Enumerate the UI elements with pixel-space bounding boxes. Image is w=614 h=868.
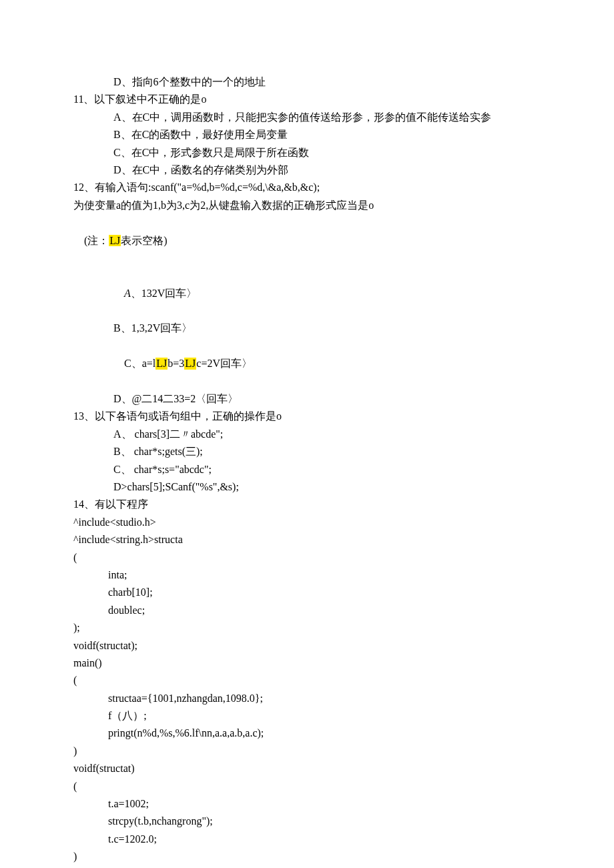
q14-result-stem: 程序运行后的输出结果是。 (73, 866, 541, 868)
highlight-space-mark-3: LJ (184, 358, 196, 370)
q12-note-a: (注： (84, 235, 109, 246)
q12-option-c-c: c=2V回车〉 (196, 358, 252, 369)
q12-option-c: C、a=lLJb=3LJc=2V回车〉 (73, 338, 541, 390)
q12-option-c-a: C、a=l (124, 358, 156, 369)
q14-stem: 14、有以下程序 (73, 496, 541, 513)
code-line: t.a=1002; (73, 795, 541, 813)
code-line: ^include<string.h>structa (73, 531, 541, 548)
highlight-space-mark-2: LJ (156, 358, 168, 370)
q12-option-d: D、@二14二33=2〈回车〉 (73, 390, 541, 408)
code-line: ^include<studio.h> (73, 514, 541, 531)
code-line: voidf(structat); (73, 637, 541, 655)
code-line: main() (73, 655, 541, 672)
q12-desc: 为使变量a的值为1,b为3,c为2,从键盘输入数据的正确形式应当是o (73, 197, 541, 214)
q13-option-a: A、 chars[3]二〃abcde"; (73, 426, 541, 443)
q11-stem: 11、以下叙述中不正确的是o (73, 91, 541, 108)
q11-option-b: B、在C的函数中，最好使用全局变量 (73, 126, 541, 143)
code-line: ); (73, 619, 541, 636)
q12-option-a-text: 、132V回车〉 (131, 288, 198, 299)
q13-option-c: C、 char*s;s="abcdc"; (73, 461, 541, 478)
q12-stem: 12、有输入语句:scanf("a=%d,b=%d,c=%d,\&a,&b,&c… (73, 179, 541, 196)
code-line: ) (73, 848, 541, 865)
q12-option-b: B、1,3,2V回车〉 (73, 320, 541, 337)
code-line: strcpy(t.b,nchangrong"); (73, 813, 541, 830)
q13-option-b: B、 char*s;gets(三); (73, 443, 541, 460)
q11-option-d: D、在C中，函数名的存储类别为外部 (73, 161, 541, 179)
q12-note-b: 表示空格) (121, 235, 167, 246)
q12-note: (注：LJ表示空格) (73, 214, 541, 267)
q11-option-c: C、在C中，形式参数只是局限于所在函数 (73, 144, 541, 161)
code-line: t.c=1202.0; (73, 831, 541, 848)
code-line: f（八）; (73, 707, 541, 725)
code-line: ( (73, 778, 541, 795)
q13-option-d: D>chars[5];SCanf("%s",&s); (73, 478, 541, 496)
code-line: ( (73, 549, 541, 566)
code-line: pringt(n%d,%s,%6.lf\nn,a.a,a.b,a.c); (73, 725, 541, 742)
q12-option-a: A、132V回车〉 (73, 267, 541, 320)
q11-option-a: A、在C中，调用函数时，只能把实参的值传送给形参，形参的值不能传送给实参 (73, 109, 541, 126)
q12-option-a-letter: A (124, 288, 131, 299)
code-line: inta; (73, 566, 541, 584)
code-line: voidf(structat) (73, 760, 541, 777)
highlight-space-mark: LJ (109, 235, 121, 247)
code-line: ) (73, 743, 541, 760)
document-page: D、指向6个整数中的一个的地址 11、以下叙述中不正确的是o A、在C中，调用函… (0, 0, 614, 868)
q13-stem: 13、以下各语句或语句组中，正确的操作是o (73, 408, 541, 425)
code-line: structaa={1001,nzhangdan,1098.0}; (73, 690, 541, 707)
code-line: doublec; (73, 602, 541, 619)
code-line: ( (73, 672, 541, 689)
q12-option-c-b: b=3 (168, 358, 184, 369)
code-line: charb[10]; (73, 584, 541, 601)
q10-option-d: D、指向6个整数中的一个的地址 (73, 73, 541, 91)
